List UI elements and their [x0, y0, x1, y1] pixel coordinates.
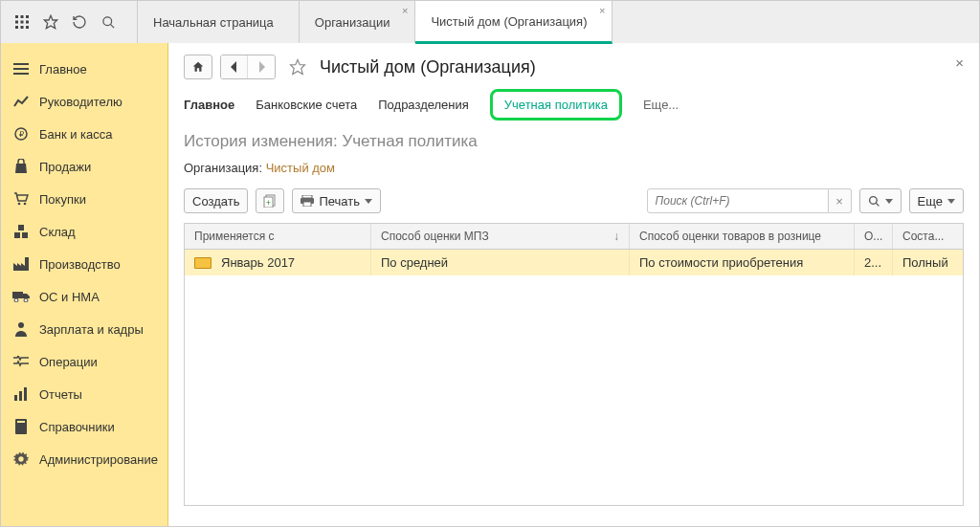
- operations-icon: [12, 353, 30, 370]
- table-row[interactable]: Январь 2017 По средней По стоимости прио…: [185, 250, 963, 275]
- sidebar-item-label: Операции: [39, 355, 98, 369]
- svg-rect-8: [26, 26, 29, 29]
- back-button[interactable]: [221, 55, 248, 78]
- organization-label: Организация:: [184, 161, 262, 175]
- sidebar-item-warehouse[interactable]: Склад: [1, 215, 167, 248]
- chevron-down-icon: [947, 199, 955, 204]
- col-mpz-header[interactable]: Способ оценки МПЗ ↓: [371, 224, 630, 249]
- sidebar-item-main[interactable]: Главное: [1, 53, 167, 85]
- svg-text:₽: ₽: [19, 130, 24, 139]
- sidebar-item-label: Покупки: [39, 192, 86, 207]
- tab-home[interactable]: Начальная страница: [137, 1, 300, 43]
- col-date-header[interactable]: Применяется с: [185, 224, 371, 249]
- svg-point-23: [14, 298, 18, 302]
- sidebar-item-reports[interactable]: Отчеты: [1, 378, 167, 410]
- cell-o: 2...: [855, 250, 893, 275]
- sidebar-item-sales[interactable]: Продажи: [1, 150, 167, 183]
- star-icon[interactable]: [43, 14, 58, 30]
- organization-value[interactable]: Чистый дом: [266, 161, 335, 175]
- col-sost-header[interactable]: Соста...: [893, 224, 963, 249]
- sidebar-item-assets[interactable]: ОС и НМА: [1, 280, 167, 313]
- chart-icon: [12, 93, 30, 110]
- svg-rect-19: [14, 232, 20, 238]
- sidebar-item-label: Главное: [39, 62, 87, 77]
- sidebar-item-hr[interactable]: Зарплата и кадры: [1, 313, 167, 345]
- svg-rect-22: [12, 292, 23, 298]
- copy-button[interactable]: +: [256, 188, 284, 213]
- coin-icon: ₽: [12, 125, 30, 143]
- svg-marker-9: [44, 15, 56, 28]
- print-button[interactable]: Печать: [292, 188, 381, 213]
- sidebar-item-label: Банк и касса: [39, 127, 113, 142]
- subtab-bank-accounts[interactable]: Банковские счета: [256, 98, 357, 112]
- organization-line: Организация: Чистый дом: [184, 161, 964, 175]
- close-panel-icon[interactable]: ×: [955, 55, 964, 71]
- policy-table: Применяется с Способ оценки МПЗ ↓ Способ…: [184, 223, 964, 506]
- search-icon[interactable]: [100, 14, 116, 30]
- favorite-star-icon[interactable]: [289, 58, 306, 76]
- subtab-main[interactable]: Главное: [184, 98, 234, 112]
- tab-organizations[interactable]: Организации ×: [300, 1, 416, 43]
- search-input[interactable]: [647, 188, 829, 213]
- col-o-header[interactable]: О...: [855, 224, 893, 249]
- subtab-more[interactable]: Еще...: [643, 98, 679, 112]
- svg-rect-5: [26, 21, 29, 24]
- sidebar-item-manager[interactable]: Руководителю: [1, 85, 167, 118]
- svg-point-17: [18, 203, 21, 206]
- document-icon: [194, 257, 212, 269]
- table-empty-area: [185, 275, 963, 505]
- history-icon[interactable]: [72, 14, 87, 30]
- sidebar-item-directories[interactable]: Справочники: [1, 410, 167, 443]
- sidebar-item-label: Справочники: [39, 420, 115, 434]
- svg-point-10: [102, 16, 111, 25]
- page-title: Чистый дом (Организация): [320, 57, 536, 77]
- tab-label: Начальная страница: [153, 15, 274, 30]
- table-header-row: Применяется с Способ оценки МПЗ ↓ Способ…: [185, 224, 963, 250]
- svg-point-24: [24, 298, 28, 302]
- col-retail-header[interactable]: Способ оценки товаров в рознице: [630, 224, 855, 249]
- book-icon: [12, 418, 30, 435]
- sidebar-item-purchases[interactable]: Покупки: [1, 183, 167, 215]
- sidebar-item-label: Производство: [39, 257, 121, 272]
- svg-rect-27: [19, 391, 22, 401]
- cell-mpz: По средней: [371, 250, 630, 275]
- svg-rect-30: [17, 421, 25, 423]
- sidebar-item-label: Склад: [39, 225, 76, 239]
- svg-rect-4: [21, 21, 24, 24]
- sidebar: Главное Руководителю ₽ Банк и касса Прод…: [1, 43, 168, 526]
- clear-search-button[interactable]: ×: [829, 188, 852, 213]
- search-dropdown-button[interactable]: [859, 188, 902, 213]
- gear-icon: [12, 450, 30, 468]
- svg-rect-26: [14, 395, 17, 401]
- create-button[interactable]: Создать: [184, 188, 248, 213]
- cart-icon: [12, 190, 30, 208]
- main-panel: × Чистый дом (Организация) Главное Банко…: [168, 43, 979, 526]
- svg-rect-6: [15, 26, 18, 29]
- cell-date: Январь 2017: [221, 255, 295, 270]
- apps-icon[interactable]: [14, 14, 30, 30]
- tab-organization-detail[interactable]: Чистый дом (Организация) ×: [415, 1, 612, 44]
- close-icon[interactable]: ×: [599, 6, 605, 16]
- sidebar-item-bank[interactable]: ₽ Банк и касса: [1, 118, 167, 150]
- subtab-accounting-policy[interactable]: Учетная политика: [490, 89, 622, 121]
- svg-rect-20: [22, 232, 28, 238]
- svg-rect-0: [15, 15, 18, 18]
- factory-icon: [12, 255, 30, 273]
- svg-marker-31: [291, 60, 305, 75]
- svg-rect-21: [18, 225, 24, 231]
- sidebar-item-operations[interactable]: Операции: [1, 345, 167, 378]
- svg-point-38: [869, 196, 877, 204]
- svg-rect-7: [21, 26, 24, 29]
- close-icon[interactable]: ×: [402, 6, 408, 16]
- forward-button[interactable]: [248, 55, 275, 78]
- sidebar-item-admin[interactable]: Администрирование: [1, 443, 167, 475]
- cell-sost: Полный: [893, 250, 963, 275]
- sidebar-item-label: Продажи: [39, 160, 91, 174]
- home-button[interactable]: [184, 55, 212, 79]
- more-button[interactable]: Еще: [909, 188, 964, 213]
- sidebar-item-production[interactable]: Производство: [1, 248, 167, 280]
- col-mpz-label: Способ оценки МПЗ: [381, 230, 489, 243]
- subtab-departments[interactable]: Подразделения: [378, 98, 469, 112]
- svg-text:+: +: [266, 198, 271, 208]
- main-header: Чистый дом (Организация): [184, 55, 964, 79]
